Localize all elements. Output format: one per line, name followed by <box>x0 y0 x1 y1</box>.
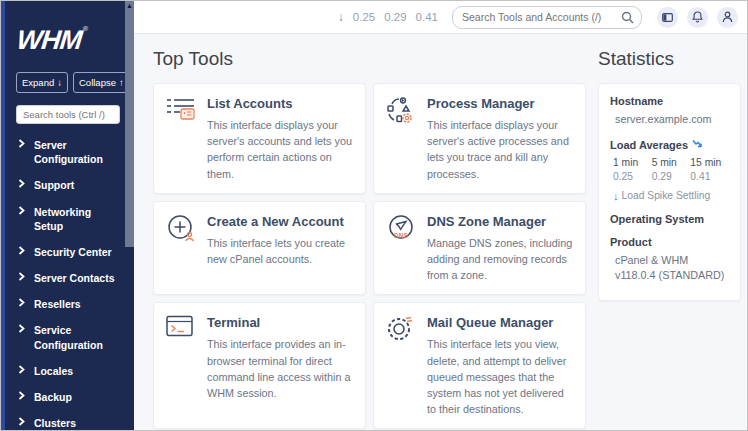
tool-card-list-accounts[interactable]: List Accounts This interface displays yo… <box>153 83 366 194</box>
scrollbar-thumb[interactable] <box>125 10 134 247</box>
hostname-label: Hostname <box>610 95 729 107</box>
tool-card-mail-queue-manager[interactable]: Mail Queue Manager This interface lets y… <box>373 302 586 429</box>
tool-card-dns-zone-manager[interactable]: DNS DNS Zone Manager Manage DNS zones, i… <box>373 201 586 296</box>
apps-icon <box>662 13 673 22</box>
logo-registered-mark: ® <box>82 25 87 32</box>
arrow-down-icon: ↓ <box>613 190 619 202</box>
chevron-right-icon <box>18 246 25 255</box>
tool-card-title: DNS Zone Manager <box>427 214 573 229</box>
tool-card-description: This interface displays your server's ac… <box>427 117 573 182</box>
load-averages-table: 1 min 5 min 15 min 0.25 0.29 0.41 <box>613 157 729 182</box>
load-settling-arrow-icon: ↓ <box>338 10 344 24</box>
chevron-right-icon <box>18 298 25 307</box>
search-icon[interactable] <box>621 11 634 24</box>
tool-card-terminal[interactable]: Terminal This interface provides an in-b… <box>153 302 366 429</box>
product-label: Product <box>610 236 729 248</box>
statistics-title: Statistics <box>598 48 741 70</box>
scroll-up-icon[interactable]: ▲ <box>125 1 134 10</box>
load-trend-icon <box>692 139 702 150</box>
whm-logo: WHM® <box>15 25 87 56</box>
tool-card-title: Process Manager <box>427 96 573 111</box>
create-account-icon <box>166 213 197 284</box>
statistics-card: Hostname server.example.com Load Average… <box>598 83 741 301</box>
chevron-right-icon <box>18 417 25 426</box>
top-tools-title: Top Tools <box>153 48 586 70</box>
tool-card-description: This interface provides an in-browser te… <box>207 336 353 401</box>
tool-card-title: Terminal <box>207 315 353 330</box>
tool-card-title: Mail Queue Manager <box>427 315 573 330</box>
sidebar-item-clusters[interactable]: Clusters <box>14 410 122 430</box>
chevron-right-icon <box>18 365 25 374</box>
sidebar-item-support[interactable]: Support <box>14 172 122 198</box>
chevron-right-icon <box>18 272 25 281</box>
svg-text:DNS: DNS <box>394 232 408 239</box>
tool-card-description: This interface lets you create new cPane… <box>207 235 353 267</box>
whm-marketplace-button[interactable] <box>657 7 678 28</box>
statistics-panel: Statistics Hostname server.example.com L… <box>598 46 741 429</box>
dns-zone-icon: DNS <box>386 213 417 284</box>
chevron-right-icon <box>18 139 25 148</box>
sidebar-item-server-contacts[interactable]: Server Contacts <box>14 265 122 291</box>
load-spike-settling: ↓ Load Spike Settling <box>613 190 729 202</box>
sidebar-item-server-configuration[interactable]: Server Configuration <box>14 132 122 172</box>
sidebar-item-locales[interactable]: Locales <box>14 358 122 384</box>
global-search-input[interactable] <box>452 6 642 29</box>
sidebar: WHM® Expand↓ Collapse↑ Server Configurat… <box>1 1 134 430</box>
sidebar-item-networking-setup[interactable]: Networking Setup <box>14 199 122 239</box>
tool-card-description: Manage DNS zones, including adding and r… <box>427 235 573 284</box>
sidebar-item-security-center[interactable]: Security Center <box>14 239 122 265</box>
tool-card-description: This interface lets you view, delete, an… <box>427 336 573 417</box>
user-account-button[interactable] <box>717 7 738 28</box>
list-accounts-icon <box>166 95 197 182</box>
chevron-right-icon <box>18 324 25 333</box>
tool-card-create-account[interactable]: Create a New Account This interface lets… <box>153 201 366 296</box>
arrow-down-icon: ↓ <box>57 77 62 88</box>
collapse-all-button[interactable]: Collapse↑ <box>73 72 130 93</box>
top-bar: ↓ 0.25 0.29 0.41 <box>134 1 747 34</box>
operating-system-label: Operating System <box>610 213 729 225</box>
chevron-right-icon <box>18 179 25 188</box>
mail-queue-icon <box>386 314 417 417</box>
chevron-right-icon <box>18 391 25 400</box>
tool-card-title: Create a New Account <box>207 214 353 229</box>
tool-card-process-manager[interactable]: Process Manager This interface displays … <box>373 83 586 194</box>
sidebar-menu: Server Configuration Support Networking … <box>14 132 122 430</box>
expand-all-button[interactable]: Expand↓ <box>16 72 68 93</box>
process-manager-icon <box>386 95 417 182</box>
arrow-up-icon: ↑ <box>119 77 124 88</box>
hostname-value: server.example.com <box>615 112 729 128</box>
tool-card-description: This interface displays your server's ac… <box>207 117 353 182</box>
whm-window: WHM® Expand↓ Collapse↑ Server Configurat… <box>0 0 748 431</box>
load-averages-label: Load Averages <box>610 139 688 151</box>
sidebar-item-service-configuration[interactable]: Service Configuration <box>14 317 122 357</box>
bell-icon <box>692 11 703 23</box>
sidebar-search-input[interactable] <box>16 105 120 124</box>
notifications-button[interactable] <box>687 7 708 28</box>
user-icon <box>722 11 733 23</box>
chevron-right-icon <box>18 206 25 215</box>
sidebar-scrollbar[interactable]: ▲ <box>125 1 134 430</box>
header-load-averages: ↓ 0.25 0.29 0.41 <box>338 10 438 24</box>
top-tools-section: Top Tools List Accounts This interface d… <box>153 46 586 429</box>
terminal-icon <box>166 314 197 417</box>
sidebar-item-backup[interactable]: Backup <box>14 384 122 410</box>
tool-card-title: List Accounts <box>207 96 353 111</box>
sidebar-item-resellers[interactable]: Resellers <box>14 291 122 317</box>
product-value: cPanel & WHM v118.0.4 (STANDARD) <box>615 253 729 284</box>
